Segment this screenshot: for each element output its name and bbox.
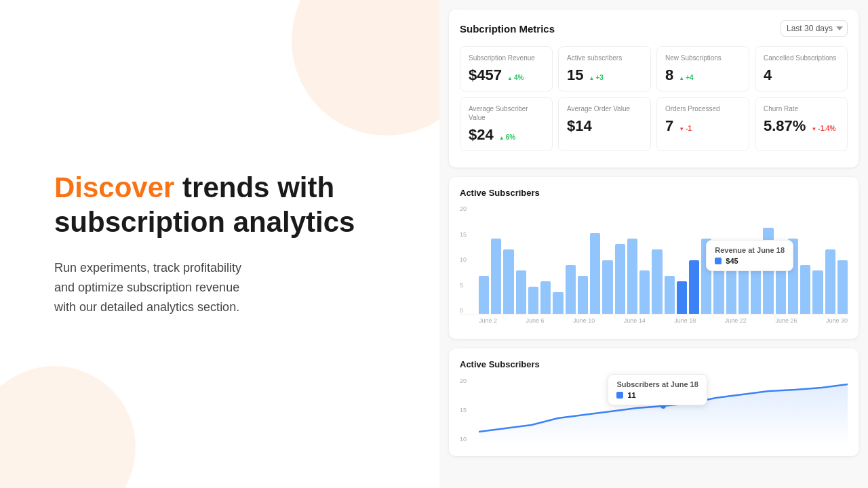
- bar-item[interactable]: [763, 228, 773, 314]
- metric-value-row-orders: 7 -1: [665, 117, 741, 135]
- bar-item[interactable]: [812, 270, 823, 314]
- metric-label-active-subs: Active subscribers: [567, 54, 642, 62]
- line-chart-wrapper: 20 15 10 Subs: [460, 378, 848, 445]
- arrow-up-icon2: [589, 74, 594, 81]
- line-chart[interactable]: Subscribers at June 18 11: [479, 378, 848, 445]
- metric-label-churn: Churn Rate: [764, 104, 839, 113]
- bar-item[interactable]: [689, 260, 699, 314]
- period-select[interactable]: Last 30 days Last 7 days Last 90 days: [781, 20, 848, 37]
- bar-item[interactable]: [602, 260, 612, 314]
- bar-item[interactable]: [701, 239, 711, 314]
- y-label-0: 0: [460, 308, 467, 314]
- bar-item[interactable]: [491, 239, 501, 314]
- x-label-june10: June 10: [573, 317, 595, 324]
- metric-value-row-new-subs: 8 +4: [665, 66, 741, 84]
- bar-item[interactable]: [677, 281, 687, 314]
- metric-value-row-churn: 5.87% -1.4%: [764, 117, 839, 135]
- x-label-june2: June 2: [479, 317, 497, 324]
- metric-card-new-subs: New Subscriptions 8 +4: [656, 46, 749, 92]
- headline-trends: trends with: [174, 171, 334, 203]
- bar-item[interactable]: [788, 239, 798, 314]
- arrow-down-icon2: [811, 125, 816, 132]
- metric-badge-active-subs: +3: [589, 74, 603, 81]
- x-label-june26: June 26: [775, 317, 797, 324]
- bar-item[interactable]: [652, 249, 662, 314]
- x-label-june30: June 30: [826, 317, 848, 324]
- metric-badge-avg-sub-val: 6%: [499, 134, 515, 141]
- bar-chart[interactable]: 20 15 10 5 0 June 2 June 6 June 10 June …: [460, 206, 848, 328]
- metric-label-avg-order-val: Average Order Value: [567, 104, 642, 113]
- line-y-label-10: 10: [460, 436, 473, 443]
- right-panel: Subcription Metrics Last 30 days Last 7 …: [439, 0, 868, 488]
- metric-value-row-active-subs: 15 +3: [567, 66, 642, 84]
- bar-item[interactable]: [578, 276, 588, 314]
- metric-label-cancelled-subs: Cancelled Subscriptions: [764, 54, 839, 62]
- bar-item[interactable]: [639, 270, 650, 314]
- y-label-10: 10: [460, 257, 467, 263]
- arrow-up-icon4: [499, 134, 505, 141]
- metrics-grid-row1: Subscription Revenue $457 4% Active subs…: [460, 46, 848, 92]
- bar-chart-section: Active Subscribers 20 15 10 5 0 June 2 J…: [449, 177, 859, 339]
- bar-item[interactable]: [615, 244, 625, 314]
- metric-card-churn: Churn Rate 5.87% -1.4%: [755, 97, 848, 151]
- left-content: Discover trends with subscription analyt…: [0, 0, 441, 488]
- bar-item[interactable]: [726, 270, 736, 314]
- bar-item[interactable]: [713, 249, 724, 314]
- bar-item[interactable]: [503, 249, 513, 314]
- metric-card-avg-sub-val: Average Subscriber Value $24 6%: [460, 97, 553, 151]
- bar-item[interactable]: [540, 281, 551, 314]
- headline-line2: subscription analytics: [54, 206, 355, 238]
- metric-badge-churn: -1.4%: [811, 125, 835, 132]
- line-area: [479, 384, 848, 445]
- metric-badge-revenue: 4%: [507, 74, 524, 81]
- x-label-june14: June 14: [624, 317, 646, 324]
- bar-item[interactable]: [516, 270, 526, 314]
- arrow-up-icon: [507, 74, 513, 81]
- metric-card-revenue: Subscription Revenue $457 4%: [460, 46, 553, 92]
- metric-card-active-subs: Active subscribers 15 +3: [558, 46, 651, 92]
- metric-value-churn: 5.87%: [764, 117, 806, 135]
- metric-value-orders: 7: [665, 117, 673, 135]
- metrics-header: Subcription Metrics Last 30 days Last 7 …: [460, 20, 848, 37]
- bar-item[interactable]: [825, 249, 835, 314]
- bar-item[interactable]: [627, 239, 637, 314]
- subtext: Run experiments, track profitabilityand …: [54, 258, 387, 317]
- main-headline: Discover trends with subscription analyt…: [54, 171, 387, 239]
- bar-item[interactable]: [776, 255, 786, 314]
- line-chart-svg: [479, 378, 848, 445]
- bar-item[interactable]: [479, 276, 489, 314]
- bar-item[interactable]: [566, 265, 576, 314]
- bar-item[interactable]: [751, 260, 761, 314]
- metric-card-cancelled-subs: Cancelled Subscriptions 4: [755, 46, 848, 92]
- metric-label-revenue: Subscription Revenue: [469, 54, 544, 62]
- line-chart-section: Active Subscribers 20 15 10: [449, 348, 859, 456]
- bar-chart-inner: 20 15 10 5 0: [460, 206, 848, 314]
- x-label-june18: June 18: [674, 317, 696, 324]
- metrics-grid-row2: Average Subscriber Value $24 6% Average …: [460, 97, 848, 151]
- line-y-labels: 20 15 10: [460, 378, 473, 445]
- y-label-15: 15: [460, 232, 467, 238]
- x-labels: June 2 June 6 June 10 June 14 June 18 Ju…: [460, 317, 848, 324]
- bar-item[interactable]: [800, 265, 810, 314]
- metric-value-revenue: $457: [469, 66, 502, 84]
- y-labels: 20 15 10 5 0: [460, 206, 467, 314]
- metric-value-new-subs: 8: [665, 66, 673, 84]
- arrow-down-icon: [679, 125, 684, 132]
- bar-item[interactable]: [738, 244, 749, 314]
- metrics-title: Subcription Metrics: [460, 23, 555, 35]
- bar-item[interactable]: [590, 233, 600, 314]
- bar-item[interactable]: [665, 276, 675, 314]
- bar-item[interactable]: [837, 260, 848, 314]
- y-label-5: 5: [460, 283, 467, 289]
- metric-card-orders: Orders Processed 7 -1: [656, 97, 749, 151]
- bar-item[interactable]: [528, 287, 538, 314]
- metric-badge-orders: -1: [679, 125, 692, 132]
- bar-item[interactable]: [553, 292, 563, 314]
- metric-value-row-revenue: $457 4%: [469, 66, 544, 84]
- line-y-label-15: 15: [460, 407, 473, 413]
- metric-value-cancelled-subs: 4: [764, 66, 772, 84]
- metric-value-avg-sub-val: $24: [469, 126, 494, 144]
- metric-value-avg-order-val: $14: [567, 117, 592, 135]
- metric-label-orders: Orders Processed: [665, 104, 741, 113]
- x-label-june22: June 22: [725, 317, 747, 324]
